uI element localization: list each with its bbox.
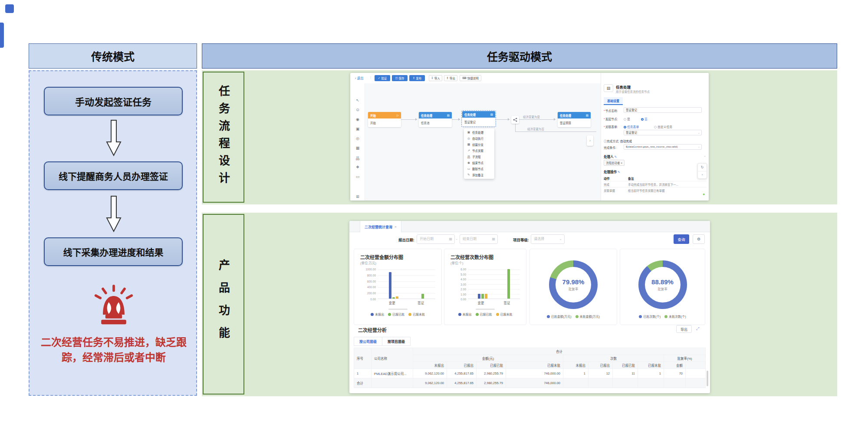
branch-node-icon[interactable]: ▦	[350, 146, 365, 150]
auto-node-icon[interactable]: ◎	[350, 136, 365, 141]
down-arrow-icon	[106, 118, 122, 158]
bar	[481, 294, 484, 299]
start-date-input[interactable]: 开始日期 ▦	[417, 234, 455, 244]
menu-item-create-branch[interactable]: ▦创建分支	[464, 141, 494, 148]
chart-legend: 已批金额(万元)未批金额(万元)	[530, 314, 617, 319]
tab-bar	[349, 221, 710, 232]
close-icon: ×	[621, 161, 622, 164]
tab-basic-settings[interactable]: 基础设置	[604, 97, 623, 105]
exit-button[interactable]: ‹ 退出	[355, 76, 364, 80]
legend-item[interactable]: 未报出	[371, 312, 384, 316]
task-node-icon: ▣	[467, 131, 470, 134]
project-level-select[interactable]: 请选择 ⌄	[531, 234, 565, 244]
task-icon: ▤	[447, 114, 450, 117]
node-start[interactable]: 开始▷ 开始	[368, 112, 401, 127]
menu-item-delete-node[interactable]: ▭删除节点	[464, 166, 494, 172]
scrollbar-thumb[interactable]	[707, 371, 708, 386]
query-button[interactable]: 查询	[674, 234, 689, 244]
radio-task-form[interactable]: 任务表单	[624, 125, 639, 129]
keyboard-icon: ⌨	[462, 76, 466, 80]
x-axis: 变更签证	[468, 300, 520, 305]
y-tick: 0.00	[356, 298, 376, 301]
grid-icon[interactable]: ⊞	[350, 194, 365, 199]
legend-item[interactable]: 已批次数(个)	[639, 314, 661, 319]
menu-item-add-note[interactable]: ✎添加备注	[464, 172, 494, 178]
y-tick: 400.00	[356, 286, 376, 289]
task-icon: ▤	[586, 114, 589, 117]
publish-button[interactable]: ↥ 发布	[409, 75, 425, 81]
save-button[interactable]: ◫ 保存	[392, 75, 408, 81]
import-button[interactable]: ↧ 导入	[429, 75, 442, 81]
legend-item[interactable]: 已报已批	[388, 312, 404, 316]
tab-by-project[interactable]: 按项目层级	[382, 337, 411, 346]
menu-item-task-node[interactable]: ▣任务处理	[464, 129, 494, 135]
panel-collapse-handle[interactable]: ›	[587, 135, 593, 146]
start-node-icon[interactable]: ⊙	[350, 108, 365, 112]
expand-button[interactable]: ›	[698, 171, 707, 179]
zoom-slider[interactable]	[476, 309, 495, 310]
subflow-icon[interactable]: 品	[350, 155, 365, 161]
zoom-slider[interactable]	[388, 309, 408, 310]
node-visa-budget[interactable]: 任务处理▤ 签证预算	[558, 112, 591, 127]
y-tick: 6.00	[446, 268, 466, 271]
validate-button[interactable]: ✓ 验证	[375, 75, 390, 81]
menu-item-auto-run[interactable]: ◎自动执行	[464, 135, 494, 141]
node-visa-register-selected[interactable]: 任务处理▤ 签证登记	[461, 110, 496, 127]
legend-item[interactable]: 未报出	[458, 312, 472, 316]
handler-section: 处理人✎	[604, 154, 617, 159]
legend-item[interactable]: 已报已批	[476, 312, 492, 316]
menu-item-sub-process[interactable]: 品子流程	[464, 154, 494, 160]
calendar-icon: ▦	[492, 235, 495, 243]
legend-dot-icon	[575, 315, 579, 318]
fullscreen-icon[interactable]: ⤢	[696, 326, 699, 331]
handler-tag[interactable]: 流程启动者 ×	[604, 160, 625, 166]
traditional-mode-header: 传统模式	[29, 43, 197, 69]
auto-run-icon: ◎	[467, 137, 470, 140]
radio-icon	[654, 126, 657, 128]
donut-sub: 批复率	[658, 286, 667, 291]
refresh-button[interactable]: ↻	[698, 164, 707, 171]
export-button[interactable]: ↥ 导出	[444, 75, 457, 81]
legend-dot-icon	[458, 313, 461, 316]
legend-item[interactable]: 未批金额(万元)	[575, 314, 600, 319]
bar-group	[421, 294, 424, 299]
legend-item[interactable]: 已批金额(万元)	[547, 314, 572, 319]
legend-dot-icon	[371, 313, 374, 316]
export-button[interactable]: 导出	[676, 325, 692, 333]
frame-tool-icon[interactable]: ▭	[350, 174, 365, 179]
col-company: 公司名称	[372, 348, 413, 369]
radio-selected-icon	[624, 126, 626, 128]
node-task-pool[interactable]: 任务处理▤ 任务池	[419, 112, 452, 127]
condition-select[interactable]: ${dataContext.geps_new_income_visa.valid…	[624, 144, 702, 150]
radio-custom-task[interactable]: 自定义任务	[654, 125, 672, 129]
legend-item[interactable]: 已报未批	[408, 312, 425, 316]
shortcut-help-button[interactable]: ⌨ 快捷说明	[460, 75, 481, 81]
legend-item[interactable]: 已报未批	[496, 312, 513, 316]
connector-icon[interactable]: ↖	[350, 98, 365, 102]
settings-button[interactable]: ⚙	[693, 234, 705, 244]
card-unit: (单位:万元)	[360, 260, 376, 265]
check-icon: ✓	[378, 76, 380, 80]
end-date-input[interactable]: 结束日期 ▦	[460, 234, 498, 244]
task-node-icon[interactable]: ▣	[350, 127, 365, 131]
close-icon[interactable]: ×	[395, 225, 397, 229]
branch-gateway-node[interactable]	[511, 116, 519, 124]
legend-item[interactable]: 未批次数(个)	[664, 314, 686, 319]
radio-yes[interactable]: 是	[624, 117, 630, 121]
publish-icon: ↥	[413, 76, 415, 80]
amount-distribution-card: 二次经营金额分布图 (单位:万元) 1000.00800.00600.00400…	[354, 249, 442, 325]
legend-dot-icon	[408, 313, 411, 316]
slide-decoration-square	[5, 4, 14, 13]
menu-item-node-link[interactable]: ↗节点关联	[464, 148, 494, 154]
export-icon: ↥	[446, 76, 448, 80]
form-select[interactable]: 签证登记⌄	[624, 130, 702, 135]
menu-item-end-node[interactable]: ◉结束节点	[464, 160, 494, 166]
end-node-icon[interactable]: ◉	[350, 117, 365, 122]
hand-tool-icon[interactable]: ❖	[350, 165, 365, 169]
y-tick: 1.00	[446, 293, 466, 296]
tab-by-company[interactable]: 按公司层级	[354, 337, 382, 346]
chevron-down-icon[interactable]: ⌄	[704, 154, 706, 158]
node-name-input[interactable]: 签证登记	[624, 107, 702, 113]
tab-secondary-operation-query[interactable]: 二次经营统计查询 ×	[360, 221, 401, 232]
radio-no[interactable]: 否	[641, 117, 648, 121]
